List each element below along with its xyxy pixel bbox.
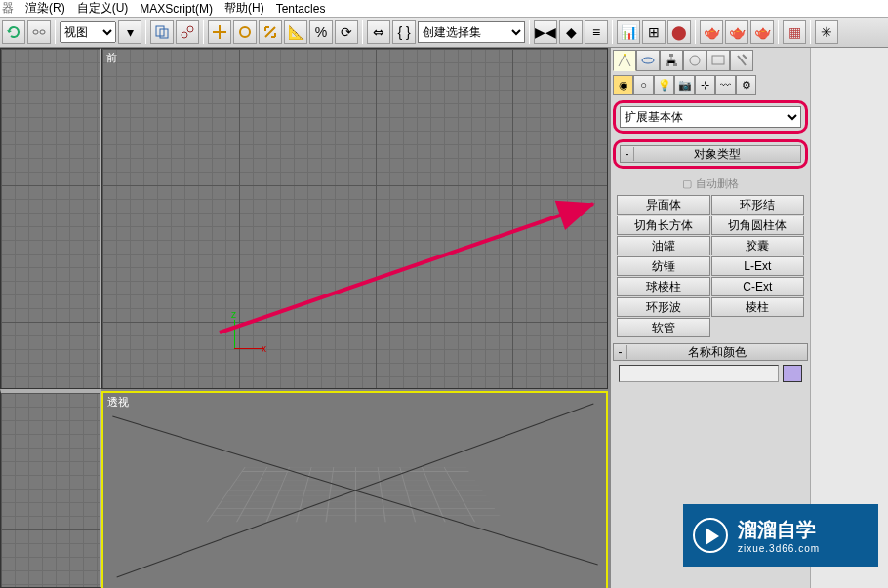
viewport-left[interactable] bbox=[0, 389, 101, 588]
svg-point-5 bbox=[187, 26, 193, 32]
oiltank-button[interactable]: 油罐 bbox=[617, 236, 710, 255]
rotate-icon[interactable] bbox=[233, 20, 257, 44]
svg-rect-0 bbox=[33, 30, 38, 34]
svg-point-7 bbox=[624, 54, 626, 56]
viewport-persp-label: 透视 bbox=[107, 395, 129, 410]
menu-maxscript[interactable]: MAXScript(M) bbox=[140, 2, 213, 16]
hierarchy-tab-icon[interactable] bbox=[660, 50, 683, 71]
watermark-url: zixue.3d66.com bbox=[738, 543, 820, 554]
utilities-tab-icon[interactable] bbox=[730, 50, 753, 71]
viewport-front-label: 前 bbox=[106, 51, 117, 65]
rollout-highlight: - 对象类型 bbox=[613, 139, 808, 169]
mirror2-icon[interactable]: ▶◀ bbox=[534, 20, 557, 44]
object-name-input[interactable] bbox=[619, 365, 779, 382]
svg-rect-8 bbox=[669, 54, 673, 57]
menu-partial[interactable]: 器 bbox=[2, 0, 14, 17]
prism-button[interactable]: 棱柱 bbox=[711, 297, 805, 317]
svg-point-6 bbox=[240, 27, 250, 37]
svg-point-4 bbox=[182, 32, 187, 38]
spinner-icon[interactable]: ⟳ bbox=[335, 20, 358, 44]
align-icon[interactable]: ◆ bbox=[559, 20, 583, 44]
material-icon[interactable]: ⬤ bbox=[667, 20, 691, 44]
lights-icon[interactable]: 💡 bbox=[654, 75, 674, 95]
collapse-icon-2[interactable]: - bbox=[614, 345, 627, 359]
render-frame-icon[interactable]: 🫖 bbox=[725, 20, 748, 44]
svg-point-11 bbox=[690, 56, 700, 65]
scale-icon[interactable] bbox=[259, 20, 282, 44]
menu-tentacles[interactable]: Tentacles bbox=[276, 2, 326, 16]
motion-tab-icon[interactable] bbox=[683, 50, 706, 71]
menubar: 器 渲染(R) 自定义(U) MAXScript(M) 帮助(H) Tentac… bbox=[0, 0, 888, 18]
snap-percent-icon[interactable]: % bbox=[309, 20, 333, 44]
modify-tab-icon[interactable] bbox=[636, 50, 660, 71]
helpers-icon[interactable]: ⊹ bbox=[695, 75, 715, 95]
hose-button[interactable]: 软管 bbox=[617, 318, 710, 337]
menu-render[interactable]: 渲染(R) bbox=[25, 0, 65, 17]
view-combo[interactable]: 视图 bbox=[60, 21, 116, 43]
svg-rect-1 bbox=[40, 30, 45, 34]
render-icon[interactable]: 🫖 bbox=[750, 20, 774, 44]
spindle-button[interactable]: 纺锤 bbox=[617, 256, 710, 276]
capsule-button[interactable]: 胶囊 bbox=[711, 236, 805, 255]
mirror-icon[interactable]: ⇔ bbox=[367, 20, 390, 44]
link-icon[interactable] bbox=[27, 20, 51, 44]
object-color-swatch[interactable] bbox=[783, 365, 802, 382]
cext-button[interactable]: C-Ext bbox=[711, 277, 805, 296]
viewport-front[interactable]: 前 z x bbox=[101, 48, 608, 389]
chamferbox-button[interactable]: 切角长方体 bbox=[617, 216, 710, 235]
object-type-rollout[interactable]: - 对象类型 bbox=[620, 145, 801, 163]
collapse-icon[interactable]: - bbox=[621, 147, 634, 161]
viewport-perspective[interactable]: 透视 bbox=[101, 391, 608, 588]
torusknot-button[interactable]: 环形结 bbox=[711, 195, 805, 215]
systems-icon[interactable]: ⚙ bbox=[736, 75, 756, 95]
display-tab-icon[interactable] bbox=[706, 50, 730, 71]
select-link-icon[interactable] bbox=[176, 20, 199, 44]
select-icon[interactable] bbox=[150, 20, 174, 44]
menu-help[interactable]: 帮助(H) bbox=[224, 0, 264, 17]
named-sel-icon[interactable]: { } bbox=[392, 20, 416, 44]
hedra-button[interactable]: 异面体 bbox=[617, 195, 710, 215]
category-highlight: 扩展基本体 bbox=[613, 100, 808, 134]
gengon-button[interactable]: 球棱柱 bbox=[617, 277, 710, 296]
geometry-icon[interactable]: ◉ bbox=[613, 75, 633, 95]
play-icon bbox=[693, 518, 728, 553]
category-dropdown[interactable]: 扩展基本体 bbox=[620, 106, 801, 128]
svg-rect-10 bbox=[673, 63, 677, 66]
viewports: 前 z x 透视 bbox=[0, 48, 610, 588]
grid-icon[interactable]: ▦ bbox=[783, 20, 806, 44]
schematic-icon[interactable]: ⊞ bbox=[642, 20, 666, 44]
selection-set-combo[interactable]: 创建选择集 bbox=[418, 21, 525, 43]
chamfercyl-button[interactable]: 切角圆柱体 bbox=[711, 216, 805, 235]
arrow-down-icon[interactable]: ▾ bbox=[118, 20, 141, 44]
undo-icon[interactable] bbox=[2, 20, 25, 44]
reactor-icon[interactable]: ✳ bbox=[815, 20, 838, 44]
layers-icon[interactable]: ≡ bbox=[585, 20, 608, 44]
lext-button[interactable]: L-Ext bbox=[711, 256, 805, 276]
ringwave-button[interactable]: 环形波 bbox=[617, 297, 710, 317]
spacewarps-icon[interactable]: 〰 bbox=[715, 75, 736, 95]
viewport-top[interactable] bbox=[0, 48, 101, 389]
autogrid-checkbox[interactable]: ▢ 自动删格 bbox=[613, 175, 808, 195]
main-toolbar: 视图 ▾ 📐 % ⟳ ⇔ { } 创建选择集 ▶◀ ◆ ≡ 📊 ⊞ ⬤ 🫖 🫖 … bbox=[0, 18, 888, 48]
snap-angle-icon[interactable]: 📐 bbox=[284, 20, 307, 44]
curve-editor-icon[interactable]: 📊 bbox=[617, 20, 640, 44]
shapes-icon[interactable]: ○ bbox=[633, 75, 654, 95]
svg-rect-9 bbox=[666, 63, 669, 66]
svg-rect-12 bbox=[712, 56, 724, 64]
cameras-icon[interactable]: 📷 bbox=[674, 75, 695, 95]
create-tab-icon[interactable] bbox=[613, 50, 636, 71]
render-setup-icon[interactable]: 🫖 bbox=[700, 20, 723, 44]
watermark-title: 溜溜自学 bbox=[738, 517, 820, 543]
move-icon[interactable] bbox=[208, 20, 231, 44]
watermark-badge: 溜溜自学 zixue.3d66.com bbox=[683, 504, 878, 567]
menu-customize[interactable]: 自定义(U) bbox=[77, 0, 129, 17]
name-color-rollout[interactable]: - 名称和颜色 bbox=[613, 343, 808, 361]
